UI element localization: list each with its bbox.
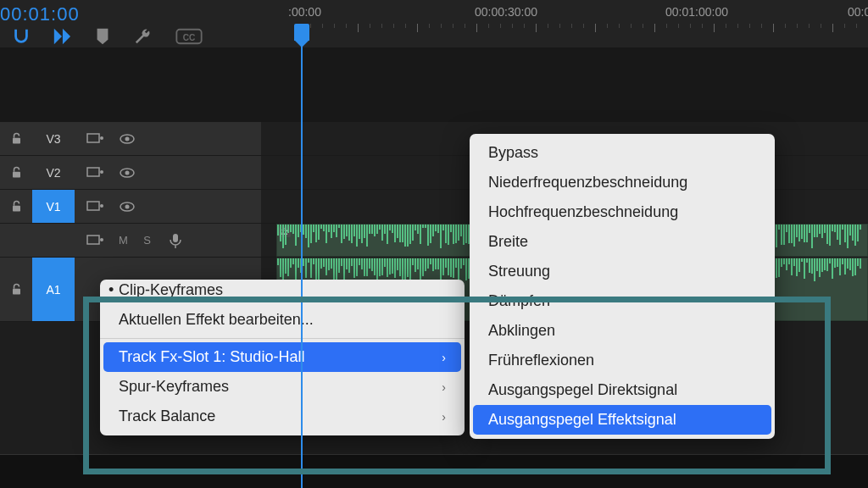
svg-point-11 xyxy=(125,170,130,175)
ruler-label: :00:00 xyxy=(288,5,321,19)
svg-point-4 xyxy=(100,136,103,140)
playhead-timecode[interactable]: 00:01:00 xyxy=(0,0,80,25)
svg-rect-8 xyxy=(87,168,99,176)
svg-rect-3 xyxy=(87,134,99,142)
menu-item[interactable]: Hochfrequenzbeschneidung xyxy=(470,197,775,227)
menu-item-label: Aktuellen Effekt bearbeiten... xyxy=(119,311,314,329)
svg-point-18 xyxy=(100,238,103,241)
svg-point-9 xyxy=(100,170,103,174)
chevron-right-icon: › xyxy=(442,351,446,364)
svg-rect-12 xyxy=(13,206,20,212)
sync-lock-icon[interactable] xyxy=(86,198,103,215)
menu-item-label: Streuung xyxy=(488,263,550,280)
ruler-label: 00:00:30:00 xyxy=(475,5,537,19)
menu-item-label: Frühreflexionen xyxy=(488,352,594,369)
timeline-ruler[interactable]: :00:0000:00:30:0000:01:00:0000:01:30 xyxy=(288,0,868,47)
menu-item-label: Track Balance xyxy=(119,408,215,425)
track-label[interactable]: V3 xyxy=(32,122,75,155)
svg-point-14 xyxy=(100,204,103,208)
sync-lock-icon[interactable] xyxy=(86,164,103,181)
captions-icon[interactable]: CC xyxy=(175,27,203,46)
menu-item[interactable]: Niederfrequenzbeschneidung xyxy=(470,168,775,197)
linked-selection-icon[interactable] xyxy=(53,27,71,46)
svg-text:CC: CC xyxy=(183,33,196,42)
menu-item[interactable]: Bypass xyxy=(470,138,775,168)
playhead[interactable] xyxy=(301,25,303,488)
menu-item-label: Track Fx-Slot 1: Studio-Hall xyxy=(119,348,304,366)
playhead-handle[interactable] xyxy=(294,24,309,41)
svg-rect-19 xyxy=(173,234,178,242)
menu-item[interactable]: Ausgangspegel Direktsignal xyxy=(470,375,775,405)
menu-item[interactable]: Track Fx-Slot 1: Studio-Hall› xyxy=(103,342,461,372)
chevron-right-icon: › xyxy=(442,410,446,424)
menu-item-label: Ausgangspegel Direktsignal xyxy=(488,381,677,399)
ruler-label: 00:01:30 xyxy=(848,5,868,19)
svg-rect-13 xyxy=(87,202,99,210)
lock-icon[interactable] xyxy=(0,166,32,179)
menu-item-label: Bypass xyxy=(488,144,538,162)
menu-item[interactable]: Clip-Keyframes xyxy=(100,275,465,305)
sync-lock-icon[interactable] xyxy=(86,232,103,249)
chevron-right-icon: › xyxy=(442,380,446,394)
svg-rect-20 xyxy=(13,289,20,295)
menu-item[interactable]: Dämpfen xyxy=(470,286,775,316)
menu-item-label: Breite xyxy=(488,233,528,251)
ruler-label: 00:01:00:00 xyxy=(665,5,728,19)
lock-icon[interactable] xyxy=(0,283,32,296)
context-menu-secondary: BypassNiederfrequenzbeschneidungHochfreq… xyxy=(470,134,775,439)
menu-item-label: Clip-Keyframes xyxy=(119,281,223,299)
menu-item-label: Abklingen xyxy=(488,322,555,340)
menu-item-label: Dämpfen xyxy=(488,292,550,310)
solo-button[interactable]: S xyxy=(143,234,151,247)
snap-icon[interactable] xyxy=(12,27,31,46)
svg-rect-17 xyxy=(87,236,99,244)
menu-item[interactable]: Breite xyxy=(470,227,775,257)
track-label-a1[interactable]: A1 xyxy=(32,258,75,321)
menu-item[interactable]: Ausgangspegel Effektsignal xyxy=(473,405,771,435)
menu-item-label: Niederfrequenzbeschneidung xyxy=(488,174,687,191)
scroll-area[interactable] xyxy=(0,454,868,488)
menu-item[interactable]: Aktuellen Effekt bearbeiten... xyxy=(100,305,465,335)
menu-item[interactable]: Track Balance› xyxy=(100,402,465,431)
voice-over-icon[interactable] xyxy=(167,232,184,249)
lock-icon[interactable] xyxy=(0,200,32,213)
menu-item[interactable]: Spur-Keyframes› xyxy=(100,372,465,402)
menu-item[interactable]: Abklingen xyxy=(470,316,775,346)
svg-rect-7 xyxy=(13,172,20,178)
svg-rect-2 xyxy=(13,138,20,144)
eye-icon[interactable] xyxy=(119,164,136,181)
menu-item[interactable]: Streuung xyxy=(470,257,775,286)
track-label[interactable]: V1 xyxy=(32,190,75,223)
menu-item[interactable]: Frühreflexionen xyxy=(470,346,775,375)
track-label[interactable]: V2 xyxy=(32,156,75,189)
lock-icon[interactable] xyxy=(0,132,32,145)
svg-point-6 xyxy=(125,136,130,141)
menu-item-label: Hochfrequenzbeschneidung xyxy=(488,203,678,221)
eye-icon[interactable] xyxy=(119,130,136,147)
menu-item-label: Ausgangspegel Effektsignal xyxy=(488,411,676,429)
wrench-icon[interactable] xyxy=(134,27,153,46)
svg-point-16 xyxy=(125,204,130,208)
menu-item-label: Spur-Keyframes xyxy=(119,378,229,396)
empty-space xyxy=(0,47,868,122)
sync-lock-icon[interactable] xyxy=(86,130,103,147)
marker-icon[interactable] xyxy=(93,27,112,46)
eye-icon[interactable] xyxy=(119,198,136,215)
context-menu-primary: Clip-KeyframesAktuellen Effekt bearbeite… xyxy=(100,280,465,435)
mute-button[interactable]: M xyxy=(119,234,128,247)
